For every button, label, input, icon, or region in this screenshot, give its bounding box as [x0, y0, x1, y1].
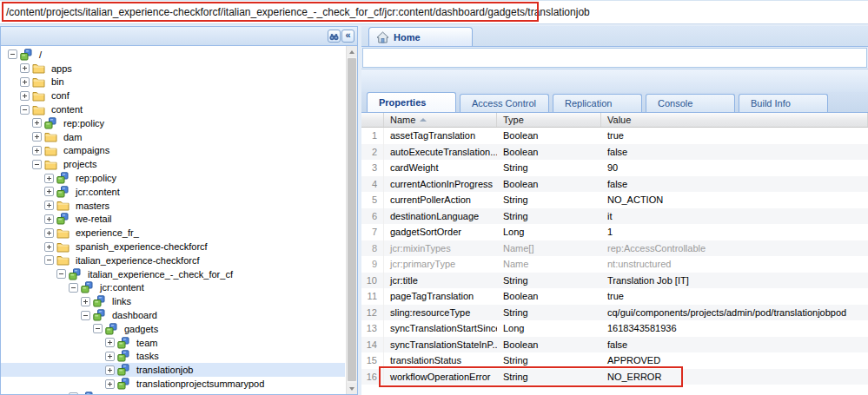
- tree-node-root[interactable]: /: [1, 48, 345, 62]
- tab-properties[interactable]: Properties: [367, 92, 456, 112]
- collapse-minus-icon[interactable]: [81, 311, 90, 320]
- property-row-synctranslationstateinp[interactable]: 14syncTranslationStateInP...Booleanfalse: [361, 337, 868, 353]
- tree-node-label[interactable]: masters: [73, 201, 112, 211]
- tree-node-experience-fr[interactable]: experience_fr_: [1, 226, 345, 240]
- property-row-jcr-title[interactable]: 10jcr:titleStringTranslation Job [IT]: [361, 273, 868, 289]
- expand-plus-icon[interactable]: [81, 297, 90, 306]
- collapse-minus-icon[interactable]: [32, 160, 42, 169]
- tab-replication[interactable]: Replication: [553, 94, 642, 112]
- tree-node-label[interactable]: links: [109, 296, 134, 306]
- expand-plus-icon[interactable]: [20, 91, 30, 101]
- tree-node-label[interactable]: rep:policy: [61, 118, 107, 128]
- expand-plus-icon[interactable]: [105, 365, 115, 375]
- tree-node-tasks[interactable]: tasks: [1, 350, 345, 364]
- expand-plus-icon[interactable]: [44, 174, 54, 183]
- property-row-workflowoperationerror[interactable]: 16workflowOperationErrorStringNO_ERROR: [361, 369, 868, 385]
- tree-node-bin[interactable]: bin: [1, 76, 345, 89]
- tree-node-we-retail[interactable]: we-retail: [1, 213, 345, 227]
- tree-node-label[interactable]: italian_experience-checkforcf: [73, 255, 202, 266]
- tab-access-control[interactable]: Access Control: [460, 94, 549, 112]
- tree-node-label[interactable]: /: [36, 49, 44, 60]
- tree-node-label[interactable]: bin: [49, 76, 67, 87]
- collapse-minus-icon[interactable]: [56, 269, 66, 279]
- scrollbar-thumb[interactable]: [348, 58, 356, 381]
- tree-node-spanish-experience-checkforcf[interactable]: spanish_experience-checkforcf: [1, 240, 345, 253]
- tree-node-conf[interactable]: conf: [1, 89, 345, 102]
- expand-plus-icon[interactable]: [69, 392, 78, 394]
- column-header-value[interactable]: Value: [601, 113, 868, 127]
- expand-plus-icon[interactable]: [105, 338, 115, 347]
- tree-node-gadgets[interactable]: gadgets: [1, 322, 345, 336]
- tree-node-label[interactable]: dam: [61, 132, 84, 142]
- property-row-jcr-mixintypes[interactable]: 8jcr:mixinTypesName[]rep:AccessControlla…: [361, 240, 868, 257]
- tree-node-team[interactable]: team: [1, 336, 345, 350]
- tree-node-links[interactable]: links: [1, 294, 345, 308]
- tree-node-label[interactable]: campaigns: [61, 145, 112, 155]
- collapse-minus-icon[interactable]: [69, 283, 78, 293]
- expand-plus-icon[interactable]: [32, 132, 42, 142]
- tree-node-translationjob[interactable]: translationjob: [1, 363, 345, 377]
- expand-plus-icon[interactable]: [32, 118, 42, 128]
- tree-node-italian-experience-checkforcf[interactable]: italian_experience-checkforcf: [1, 253, 345, 267]
- collapse-minus-icon[interactable]: [8, 49, 17, 59]
- path-bar[interactable]: /content/projects/italian_experience-che…: [0, 0, 868, 24]
- tree-node-label[interactable]: experience_fr_: [73, 227, 142, 238]
- tree-node-label[interactable]: team: [134, 338, 160, 348]
- property-row-currentpolleraction[interactable]: 5currentPollerActionStringNO_ACTION: [361, 192, 868, 208]
- collapse-minus-icon[interactable]: [20, 105, 30, 115]
- tree-node-jcr-content[interactable]: jcr:content: [1, 185, 345, 199]
- property-row-cardweight[interactable]: 3cardWeightString90: [361, 160, 868, 176]
- scroll-up-button[interactable]: [347, 46, 357, 57]
- tree-node-label[interactable]: content: [49, 104, 85, 115]
- tree-node-content[interactable]: content: [1, 102, 345, 116]
- tree-node-label[interactable]: gadgets: [122, 324, 161, 334]
- column-header-name[interactable]: Name: [384, 113, 497, 127]
- collapse-minus-icon[interactable]: [93, 324, 103, 333]
- expand-plus-icon[interactable]: [44, 242, 54, 252]
- tree-node-blank[interactable]: [1, 391, 345, 394]
- tree-node-label[interactable]: apps: [49, 63, 75, 74]
- tree-node-dam[interactable]: dam: [1, 130, 345, 144]
- property-row-sling-resourcetype[interactable]: 12sling:resourceTypeStringcq/gui/compone…: [361, 305, 868, 321]
- property-row-translationstatus[interactable]: 15translationStatusStringAPPROVED: [361, 352, 868, 369]
- search-button[interactable]: [328, 30, 341, 43]
- expand-plus-icon[interactable]: [44, 214, 54, 224]
- collapse-minus-icon[interactable]: [44, 255, 54, 265]
- tree-node-rep-policy[interactable]: rep:policy: [1, 171, 345, 185]
- tree-node-label[interactable]: we-retail: [73, 214, 115, 224]
- expand-plus-icon[interactable]: [105, 352, 115, 361]
- tab-build-info[interactable]: Build Info: [739, 94, 828, 112]
- property-row-jcr-primarytype[interactable]: 9jcr:primaryTypeNament:unstructured: [361, 256, 868, 273]
- expand-plus-icon[interactable]: [20, 63, 30, 73]
- expand-plus-icon[interactable]: [44, 187, 54, 196]
- tab-home[interactable]: Home: [368, 27, 473, 46]
- path-text[interactable]: /content/projects/italian_experience-che…: [6, 6, 590, 18]
- tree-node-label[interactable]: dashboard: [109, 310, 160, 320]
- column-header-type[interactable]: Type: [497, 113, 601, 127]
- tree-node-label[interactable]: translationjob: [134, 365, 195, 375]
- tree-node-dashboard[interactable]: dashboard: [1, 308, 345, 322]
- scroll-down-button[interactable]: [347, 383, 357, 394]
- tree-scrollbar[interactable]: [346, 46, 357, 394]
- tree-node-label[interactable]: projects: [61, 159, 100, 169]
- tree-node-jcr-content[interactable]: jcr:content: [1, 281, 345, 295]
- tree-node-apps[interactable]: apps: [1, 62, 345, 76]
- expand-plus-icon[interactable]: [105, 379, 115, 389]
- tree-node-label[interactable]: translationprojectsummarypod: [134, 379, 267, 389]
- tree-node-label[interactable]: rep:policy: [73, 173, 119, 183]
- property-row-synctranslationstartsince[interactable]: 13syncTranslationStartSinceLong161834358…: [361, 320, 868, 337]
- tree-node-label[interactable]: italian_experience_-_check_for_cf: [85, 269, 235, 280]
- tree-node-label[interactable]: jcr:content: [97, 282, 147, 293]
- tree-node-rep-policy[interactable]: rep:policy: [1, 116, 345, 130]
- tree-node-projects[interactable]: projects: [1, 157, 345, 171]
- collapse-panel-button[interactable]: «: [341, 30, 354, 43]
- property-row-pagetagtranslation[interactable]: 11pageTagTranslationBooleantrue: [361, 288, 868, 305]
- property-row-destinationlanguage[interactable]: 6destinationLanguageStringit: [361, 208, 868, 225]
- tree-node-translationprojectsummarypod[interactable]: translationprojectsummarypod: [1, 377, 345, 391]
- tree-node-label[interactable]: spanish_experience-checkforcf: [73, 241, 210, 252]
- property-row-currentactioninprogress[interactable]: 4currentActionInProgressBooleanfalse: [361, 176, 868, 193]
- expand-plus-icon[interactable]: [20, 77, 30, 87]
- property-row-gadgetsortorder[interactable]: 7gadgetSortOrderLong1: [361, 224, 868, 240]
- tree-node-label[interactable]: jcr:content: [73, 187, 123, 197]
- tree-node-italian-experience-check-for-cf[interactable]: italian_experience_-_check_for_cf: [1, 267, 345, 281]
